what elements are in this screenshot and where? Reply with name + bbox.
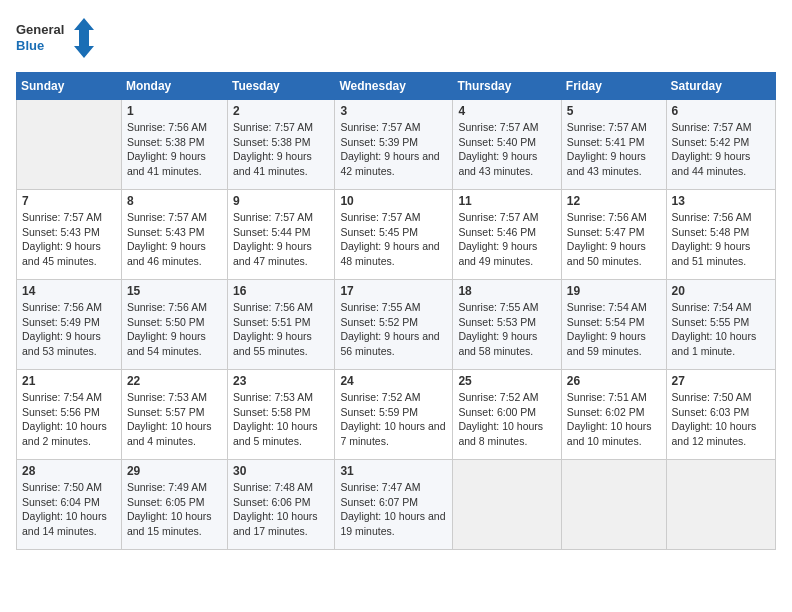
day-number: 10 <box>340 194 447 208</box>
day-info: Sunrise: 7:57 AMSunset: 5:40 PMDaylight:… <box>458 120 555 179</box>
col-header-saturday: Saturday <box>666 73 776 100</box>
day-info: Sunrise: 7:57 AMSunset: 5:45 PMDaylight:… <box>340 210 447 269</box>
calendar-cell: 19 Sunrise: 7:54 AMSunset: 5:54 PMDaylig… <box>561 280 666 370</box>
day-info: Sunrise: 7:53 AMSunset: 5:57 PMDaylight:… <box>127 390 222 449</box>
day-info: Sunrise: 7:56 AMSunset: 5:47 PMDaylight:… <box>567 210 661 269</box>
calendar-cell: 8 Sunrise: 7:57 AMSunset: 5:43 PMDayligh… <box>121 190 227 280</box>
calendar-cell: 31 Sunrise: 7:47 AMSunset: 6:07 PMDaylig… <box>335 460 453 550</box>
day-info: Sunrise: 7:57 AMSunset: 5:39 PMDaylight:… <box>340 120 447 179</box>
day-info: Sunrise: 7:56 AMSunset: 5:49 PMDaylight:… <box>22 300 116 359</box>
svg-text:Blue: Blue <box>16 38 44 53</box>
calendar-cell <box>561 460 666 550</box>
day-info: Sunrise: 7:50 AMSunset: 6:04 PMDaylight:… <box>22 480 116 539</box>
calendar-cell: 23 Sunrise: 7:53 AMSunset: 5:58 PMDaylig… <box>227 370 334 460</box>
calendar-cell: 3 Sunrise: 7:57 AMSunset: 5:39 PMDayligh… <box>335 100 453 190</box>
col-header-monday: Monday <box>121 73 227 100</box>
day-info: Sunrise: 7:57 AMSunset: 5:46 PMDaylight:… <box>458 210 555 269</box>
day-info: Sunrise: 7:51 AMSunset: 6:02 PMDaylight:… <box>567 390 661 449</box>
day-info: Sunrise: 7:55 AMSunset: 5:52 PMDaylight:… <box>340 300 447 359</box>
calendar-cell: 28 Sunrise: 7:50 AMSunset: 6:04 PMDaylig… <box>17 460 122 550</box>
day-number: 19 <box>567 284 661 298</box>
day-info: Sunrise: 7:55 AMSunset: 5:53 PMDaylight:… <box>458 300 555 359</box>
day-info: Sunrise: 7:47 AMSunset: 6:07 PMDaylight:… <box>340 480 447 539</box>
calendar-cell: 2 Sunrise: 7:57 AMSunset: 5:38 PMDayligh… <box>227 100 334 190</box>
calendar-cell: 13 Sunrise: 7:56 AMSunset: 5:48 PMDaylig… <box>666 190 776 280</box>
calendar-cell: 29 Sunrise: 7:49 AMSunset: 6:05 PMDaylig… <box>121 460 227 550</box>
col-header-thursday: Thursday <box>453 73 561 100</box>
day-info: Sunrise: 7:56 AMSunset: 5:50 PMDaylight:… <box>127 300 222 359</box>
day-info: Sunrise: 7:57 AMSunset: 5:41 PMDaylight:… <box>567 120 661 179</box>
day-info: Sunrise: 7:53 AMSunset: 5:58 PMDaylight:… <box>233 390 329 449</box>
day-info: Sunrise: 7:56 AMSunset: 5:38 PMDaylight:… <box>127 120 222 179</box>
logo: General Blue <box>16 16 96 60</box>
day-number: 15 <box>127 284 222 298</box>
day-number: 9 <box>233 194 329 208</box>
day-info: Sunrise: 7:57 AMSunset: 5:42 PMDaylight:… <box>672 120 771 179</box>
day-number: 7 <box>22 194 116 208</box>
logo-svg: General Blue <box>16 16 96 60</box>
day-number: 4 <box>458 104 555 118</box>
calendar-cell: 7 Sunrise: 7:57 AMSunset: 5:43 PMDayligh… <box>17 190 122 280</box>
calendar-cell: 17 Sunrise: 7:55 AMSunset: 5:52 PMDaylig… <box>335 280 453 370</box>
day-number: 1 <box>127 104 222 118</box>
day-number: 18 <box>458 284 555 298</box>
calendar-cell: 26 Sunrise: 7:51 AMSunset: 6:02 PMDaylig… <box>561 370 666 460</box>
day-number: 28 <box>22 464 116 478</box>
calendar-table: SundayMondayTuesdayWednesdayThursdayFrid… <box>16 72 776 550</box>
day-number: 14 <box>22 284 116 298</box>
day-number: 24 <box>340 374 447 388</box>
day-number: 6 <box>672 104 771 118</box>
calendar-cell: 27 Sunrise: 7:50 AMSunset: 6:03 PMDaylig… <box>666 370 776 460</box>
day-number: 20 <box>672 284 771 298</box>
day-info: Sunrise: 7:52 AMSunset: 6:00 PMDaylight:… <box>458 390 555 449</box>
day-info: Sunrise: 7:50 AMSunset: 6:03 PMDaylight:… <box>672 390 771 449</box>
day-number: 30 <box>233 464 329 478</box>
day-number: 12 <box>567 194 661 208</box>
svg-marker-2 <box>74 18 94 58</box>
day-number: 13 <box>672 194 771 208</box>
calendar-cell: 14 Sunrise: 7:56 AMSunset: 5:49 PMDaylig… <box>17 280 122 370</box>
day-info: Sunrise: 7:49 AMSunset: 6:05 PMDaylight:… <box>127 480 222 539</box>
calendar-cell: 18 Sunrise: 7:55 AMSunset: 5:53 PMDaylig… <box>453 280 561 370</box>
calendar-cell: 16 Sunrise: 7:56 AMSunset: 5:51 PMDaylig… <box>227 280 334 370</box>
day-number: 5 <box>567 104 661 118</box>
col-header-tuesday: Tuesday <box>227 73 334 100</box>
calendar-cell: 15 Sunrise: 7:56 AMSunset: 5:50 PMDaylig… <box>121 280 227 370</box>
col-header-sunday: Sunday <box>17 73 122 100</box>
calendar-cell: 9 Sunrise: 7:57 AMSunset: 5:44 PMDayligh… <box>227 190 334 280</box>
day-number: 16 <box>233 284 329 298</box>
calendar-cell: 20 Sunrise: 7:54 AMSunset: 5:55 PMDaylig… <box>666 280 776 370</box>
calendar-cell: 4 Sunrise: 7:57 AMSunset: 5:40 PMDayligh… <box>453 100 561 190</box>
day-number: 21 <box>22 374 116 388</box>
day-info: Sunrise: 7:57 AMSunset: 5:44 PMDaylight:… <box>233 210 329 269</box>
calendar-cell: 24 Sunrise: 7:52 AMSunset: 5:59 PMDaylig… <box>335 370 453 460</box>
calendar-cell: 21 Sunrise: 7:54 AMSunset: 5:56 PMDaylig… <box>17 370 122 460</box>
day-info: Sunrise: 7:57 AMSunset: 5:38 PMDaylight:… <box>233 120 329 179</box>
day-info: Sunrise: 7:48 AMSunset: 6:06 PMDaylight:… <box>233 480 329 539</box>
calendar-cell: 11 Sunrise: 7:57 AMSunset: 5:46 PMDaylig… <box>453 190 561 280</box>
calendar-cell: 25 Sunrise: 7:52 AMSunset: 6:00 PMDaylig… <box>453 370 561 460</box>
day-number: 31 <box>340 464 447 478</box>
day-number: 17 <box>340 284 447 298</box>
calendar-cell <box>17 100 122 190</box>
day-info: Sunrise: 7:57 AMSunset: 5:43 PMDaylight:… <box>22 210 116 269</box>
day-number: 29 <box>127 464 222 478</box>
day-number: 22 <box>127 374 222 388</box>
day-number: 23 <box>233 374 329 388</box>
day-number: 2 <box>233 104 329 118</box>
svg-text:General: General <box>16 22 64 37</box>
calendar-cell: 5 Sunrise: 7:57 AMSunset: 5:41 PMDayligh… <box>561 100 666 190</box>
day-number: 11 <box>458 194 555 208</box>
calendar-cell: 1 Sunrise: 7:56 AMSunset: 5:38 PMDayligh… <box>121 100 227 190</box>
calendar-cell: 12 Sunrise: 7:56 AMSunset: 5:47 PMDaylig… <box>561 190 666 280</box>
day-number: 8 <box>127 194 222 208</box>
calendar-cell: 22 Sunrise: 7:53 AMSunset: 5:57 PMDaylig… <box>121 370 227 460</box>
calendar-cell: 6 Sunrise: 7:57 AMSunset: 5:42 PMDayligh… <box>666 100 776 190</box>
day-info: Sunrise: 7:56 AMSunset: 5:51 PMDaylight:… <box>233 300 329 359</box>
day-number: 27 <box>672 374 771 388</box>
day-info: Sunrise: 7:54 AMSunset: 5:54 PMDaylight:… <box>567 300 661 359</box>
day-number: 3 <box>340 104 447 118</box>
day-info: Sunrise: 7:56 AMSunset: 5:48 PMDaylight:… <box>672 210 771 269</box>
calendar-cell: 30 Sunrise: 7:48 AMSunset: 6:06 PMDaylig… <box>227 460 334 550</box>
calendar-cell <box>666 460 776 550</box>
